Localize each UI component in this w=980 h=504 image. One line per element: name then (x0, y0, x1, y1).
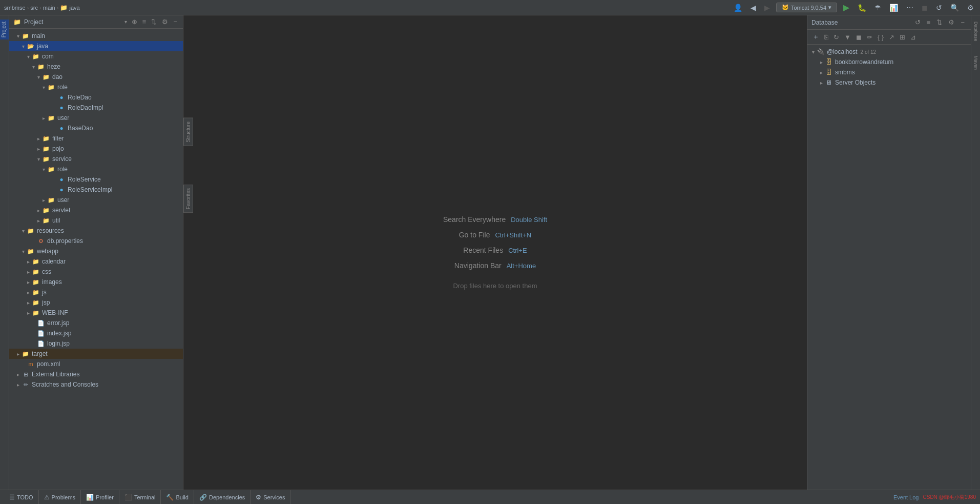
tab-build[interactable]: 🔨 Build (161, 490, 194, 504)
db-close-btn[interactable]: − (958, 17, 967, 27)
tree-item-com[interactable]: ▾ 📁 com (9, 51, 183, 62)
run-button[interactable]: ▶ (841, 2, 851, 13)
profile-button[interactable]: 📊 (887, 3, 900, 13)
db-tree-bookborrow[interactable]: ▸ 🗄 bookborrowandreturn (807, 57, 971, 67)
tree-item-images[interactable]: ▸ 📁 images (9, 277, 183, 287)
tab-problems[interactable]: ⚠ Problems (39, 490, 81, 504)
coverage-button[interactable]: ☂ (872, 3, 883, 13)
tree-item-js[interactable]: ▸ 📁 js (9, 287, 183, 297)
locate-btn[interactable]: ⊕ (130, 17, 139, 26)
folder-icon: 📁 (42, 206, 50, 214)
collapse-all-btn[interactable]: ≡ (141, 17, 148, 26)
tab-dependencies-label: Dependencies (209, 494, 245, 500)
folder-icon: 📁 (32, 268, 40, 276)
panel-actions: ⊕ ≡ ⇅ ⚙ − (130, 17, 179, 26)
db-copy-btn[interactable]: ⎘ (822, 32, 830, 42)
db-tree-localhost[interactable]: ▾ 🔌 @localhost 2 of 12 (807, 47, 971, 57)
debug-button[interactable]: 🐛 (856, 3, 868, 13)
db-stop-btn[interactable]: ◼ (854, 32, 864, 42)
tree-item-filter[interactable]: ▸ 📁 filter (9, 133, 183, 144)
db-jump-btn[interactable]: ↗ (887, 32, 896, 42)
settings-panel-btn[interactable]: ⚙ (160, 17, 170, 26)
favorites-tab[interactable]: Favorites (183, 185, 193, 213)
db-add-btn[interactable]: ＋ (810, 31, 821, 43)
tree-item-index-jsp[interactable]: 📄 index.jsp (9, 328, 183, 338)
tree-item-target[interactable]: ▸ 📁 target (9, 349, 183, 359)
db-tree-smbms[interactable]: ▸ 🗄 smbms (807, 67, 971, 77)
db-filter-btn[interactable]: ⇅ (934, 17, 944, 27)
db-sync-btn[interactable]: ↻ (831, 32, 841, 42)
db-schema-btn[interactable]: ⊞ (898, 32, 907, 42)
tree-item-roledao[interactable]: ● RoleDao (9, 92, 183, 103)
tree-item-db-properties[interactable]: ⚙ db.properties (9, 236, 183, 246)
tab-terminal[interactable]: ⬛ Terminal (119, 490, 161, 504)
tree-item-role-service[interactable]: ▾ 📁 role (9, 164, 183, 174)
back-btn[interactable]: ◀ (748, 3, 758, 13)
tree-item-dao[interactable]: ▾ 📁 dao (9, 72, 183, 82)
tree-item-roleservice[interactable]: ● RoleService (9, 174, 183, 185)
db-edit-btn[interactable]: ✏ (865, 32, 874, 42)
search-button[interactable]: 🔍 (948, 3, 961, 13)
more-run-btn[interactable]: ⋯ (904, 3, 915, 13)
tree-item-util[interactable]: ▸ 📁 util (9, 215, 183, 226)
tree-item-resources[interactable]: ▾ 📁 resources (9, 226, 183, 236)
tree-item-heze[interactable]: ▾ 📁 heze (9, 62, 183, 72)
tab-profiler[interactable]: 📊 Profiler (81, 490, 119, 504)
tree-item-ext-libs[interactable]: ▸ ⊞ External Libraries (9, 369, 183, 379)
sort-btn[interactable]: ⇅ (150, 17, 158, 26)
tomcat-run-config[interactable]: 🐱 Tomcat 9.0.54 ▾ (776, 3, 837, 12)
folder-icon: 📁 (42, 155, 50, 163)
db-funnel-btn[interactable]: ⊿ (908, 32, 918, 42)
tree-item-service[interactable]: ▾ 📁 service (9, 154, 183, 164)
profiler-icon: 📊 (86, 494, 94, 501)
database-panel: Database ↺ ≡ ⇅ ⚙ − ＋ ⎘ ↻ ▼ ◼ ✏ { } ↗ ⊞ ⊿… (807, 15, 971, 490)
tree-item-pom[interactable]: m pom.xml (9, 359, 183, 369)
db-refresh-btn[interactable]: ↺ (913, 17, 923, 27)
tree-item-user-dao[interactable]: ▸ 📁 user (9, 113, 183, 123)
tree-item-java[interactable]: ▾ 📂 java (9, 41, 183, 51)
forward-btn[interactable]: ▶ (762, 3, 772, 13)
tree-item-calendar[interactable]: ▸ 📁 calendar (9, 256, 183, 267)
tree-item-roledaoimpl[interactable]: ● RoleDaoImpl (9, 103, 183, 113)
tree-item-role-dao[interactable]: ▾ 📁 role (9, 82, 183, 92)
settings-button[interactable]: ⚙ (965, 3, 976, 13)
structure-tab[interactable]: Structure (183, 118, 193, 146)
tree-item-error-jsp[interactable]: 📄 error.jsp (9, 318, 183, 328)
event-log-link[interactable]: Event Log (893, 494, 919, 500)
tree-item-css[interactable]: ▸ 📁 css (9, 267, 183, 277)
tree-item-pojo[interactable]: ▸ 📁 pojo (9, 144, 183, 154)
database-side-tab[interactable]: Database (972, 19, 979, 44)
stop-button[interactable]: ◼ (920, 3, 930, 13)
tree-item-main[interactable]: ▾ 📁 main (9, 31, 183, 41)
db-connection-icon: 🔌 (817, 48, 825, 56)
user-icon[interactable]: 👤 (732, 3, 744, 13)
arrow-icon: ▸ (25, 310, 32, 316)
tab-dependencies[interactable]: 🔗 Dependencies (194, 490, 251, 504)
tab-services[interactable]: ⚙ Services (251, 490, 290, 504)
arrow-icon: ▸ (35, 218, 42, 224)
tree-item-jsp[interactable]: ▸ 📁 jsp (9, 297, 183, 308)
db-settings-btn[interactable]: ⚙ (946, 17, 956, 27)
db-collapse-btn[interactable]: ≡ (925, 17, 933, 27)
db-ddl-btn[interactable]: { } (875, 32, 886, 42)
panel-title: Project (24, 18, 121, 26)
tree-item-basedao[interactable]: ● BaseDao (9, 123, 183, 133)
tree-item-webapp[interactable]: ▾ 📁 webapp (9, 246, 183, 256)
tree-item-login-jsp[interactable]: 📄 login.jsp (9, 338, 183, 349)
tree-item-roleserviceimpl[interactable]: ● RoleServiceImpl (9, 185, 183, 195)
tree-item-scratches[interactable]: ▸ ✏ Scratches and Consoles (9, 379, 183, 390)
db-filter2-btn[interactable]: ▼ (842, 32, 853, 42)
tab-services-label: Services (263, 494, 285, 500)
tab-todo[interactable]: ☰ TODO (4, 490, 39, 504)
update-button[interactable]: ↺ (934, 3, 944, 13)
tree-item-webinf[interactable]: ▸ 📁 WEB-INF (9, 308, 183, 318)
project-side-tab[interactable]: Project (0, 19, 9, 39)
db-tree-server-objects[interactable]: ▸ 🖥 Server Objects (807, 77, 971, 88)
jsp-file-icon: 📄 (37, 339, 45, 348)
arrow-icon: ▾ (25, 54, 32, 59)
folder-icon: 📁 (32, 52, 40, 61)
close-panel-btn[interactable]: − (172, 17, 179, 26)
maven-side-tab[interactable]: Maven (972, 54, 979, 72)
tree-item-user-service[interactable]: ▸ 📁 user (9, 195, 183, 205)
tree-item-servlet[interactable]: ▸ 📁 servlet (9, 205, 183, 215)
